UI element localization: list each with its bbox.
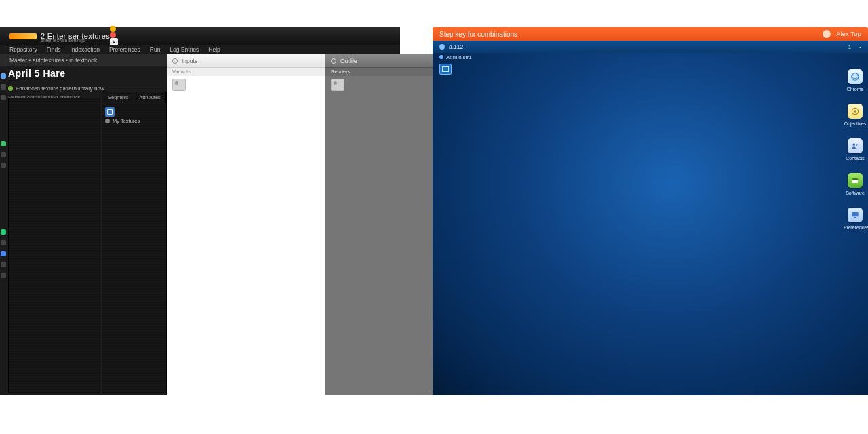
crumb-text: Administr1 (446, 54, 472, 60)
svg-point-5 (856, 144, 858, 146)
desktop-icon-column: Chrome Objectives Contacts Software Pref… (845, 69, 865, 230)
titlebar-right-cluster: Alex Top (823, 30, 861, 38)
left-panel-b[interactable]: Segment Attributes My Textures (102, 92, 167, 393)
target-icon[interactable] (848, 104, 863, 119)
svg-point-1 (852, 75, 859, 79)
bullet-icon (105, 119, 110, 123)
svg-rect-8 (852, 212, 858, 216)
panel-b-header: Segment Attributes (102, 92, 166, 103)
tab-label[interactable]: a.112 (449, 43, 463, 50)
app-logo (9, 33, 37, 39)
svg-point-0 (852, 73, 859, 81)
minimize-button[interactable] (110, 26, 116, 32)
desktop-shortcut[interactable] (439, 64, 452, 75)
right-tabbar: a.112 1 • (433, 41, 868, 53)
icon-label: Preferences (844, 225, 867, 230)
activity-item[interactable] (1, 229, 6, 235)
fm-column-b: Outfile Renders output_01 (326, 54, 433, 395)
left-panel-a[interactable] (8, 98, 100, 393)
col-header[interactable]: Attributes (134, 92, 166, 103)
menu-item[interactable]: Repository (9, 46, 37, 53)
activity-item[interactable] (1, 163, 6, 168)
menu-item[interactable]: Indexaction (70, 46, 99, 53)
window-controls: × (110, 26, 118, 46)
left-window-subtitle: enter texture settings (41, 38, 85, 43)
left-titlebar[interactable]: 2 Enter ser textures enter texture setti… (0, 27, 400, 45)
menu-item[interactable]: Preferences (109, 46, 140, 53)
activity-item[interactable] (1, 240, 6, 245)
fm-section-a: Variants (167, 68, 325, 76)
monitor-icon[interactable] (848, 208, 863, 222)
menu-item[interactable]: Help (208, 46, 220, 53)
menu-item[interactable]: Run (150, 46, 161, 53)
status-text: Enhanced texture pattern library now (16, 85, 104, 92)
file-thumb-icon (331, 79, 344, 91)
svg-point-3 (854, 110, 856, 113)
fm-tab-a[interactable]: Inputs (167, 54, 325, 68)
menu-item[interactable]: Log Entries (170, 46, 199, 53)
icon-label: Contacts (844, 156, 867, 161)
right-window-title: Step key for combinations (439, 31, 517, 38)
reload-icon (172, 58, 178, 64)
activity-item[interactable] (1, 152, 6, 157)
folder-icon (105, 107, 115, 117)
people-icon[interactable] (848, 138, 863, 153)
svg-point-4 (853, 144, 856, 146)
tab-label: Outfile (340, 58, 357, 64)
reload-icon (331, 58, 336, 64)
left-menubar: Repository Finds Indexaction Preferences… (0, 45, 400, 54)
left-activity-bar (0, 68, 7, 393)
menu-item[interactable]: Finds (47, 46, 61, 53)
user-avatar-icon[interactable] (823, 30, 831, 38)
store-icon[interactable] (848, 173, 863, 188)
fm-item[interactable]: untitled (167, 76, 325, 94)
activity-item[interactable] (1, 262, 6, 267)
user-name[interactable]: Alex Top (836, 31, 861, 37)
activity-item[interactable] (1, 251, 6, 256)
activity-item[interactable] (1, 95, 6, 100)
right-desktop[interactable]: a.112 1 • Administr1 Chrome Objectives C… (433, 41, 868, 395)
section-status-row: Enhanced texture pattern library now (8, 85, 164, 92)
icon-label: Objectives (844, 121, 867, 126)
icon-label: Chrome (844, 87, 867, 92)
tabbar-right-indicators: 1 • (848, 44, 861, 50)
status-dot-icon (8, 86, 13, 91)
file-manager: Inputs Variants untitled Outfile Renders… (167, 54, 433, 395)
close-dot-button[interactable] (110, 32, 116, 38)
file-thumb-icon (172, 79, 186, 91)
fm-section-b: Renders (326, 68, 433, 76)
svg-rect-7 (852, 178, 858, 180)
section-title: April 5 Hare (8, 68, 164, 79)
right-breadcrumb[interactable]: Administr1 (433, 53, 868, 61)
panel-b-item[interactable] (105, 107, 115, 117)
tab-dot-icon (439, 44, 445, 50)
col-header[interactable]: Segment (102, 92, 134, 103)
item-label: My Textures (113, 118, 140, 124)
fm-column-a: Inputs Variants untitled (167, 54, 326, 395)
panel-b-item-2[interactable]: My Textures (105, 118, 140, 124)
icon-label: Software (844, 191, 867, 195)
activity-item[interactable] (1, 73, 6, 79)
indicator[interactable]: 1 (848, 44, 851, 50)
activity-item[interactable] (1, 273, 6, 278)
fm-item[interactable]: output_01 (326, 76, 433, 94)
indicator[interactable]: • (859, 44, 861, 50)
activity-item[interactable] (1, 141, 6, 146)
right-window-titlebar[interactable]: Step key for combinations Alex Top (433, 27, 868, 41)
crumb-dot-icon (439, 55, 443, 59)
tab-label: Inputs (182, 58, 197, 64)
breadcrumb-text: Master • autotextures • in textbook (9, 57, 97, 64)
fm-tab-b[interactable]: Outfile (326, 54, 433, 68)
svg-rect-9 (854, 217, 856, 218)
activity-item[interactable] (1, 84, 6, 90)
browser-icon[interactable] (848, 69, 863, 84)
